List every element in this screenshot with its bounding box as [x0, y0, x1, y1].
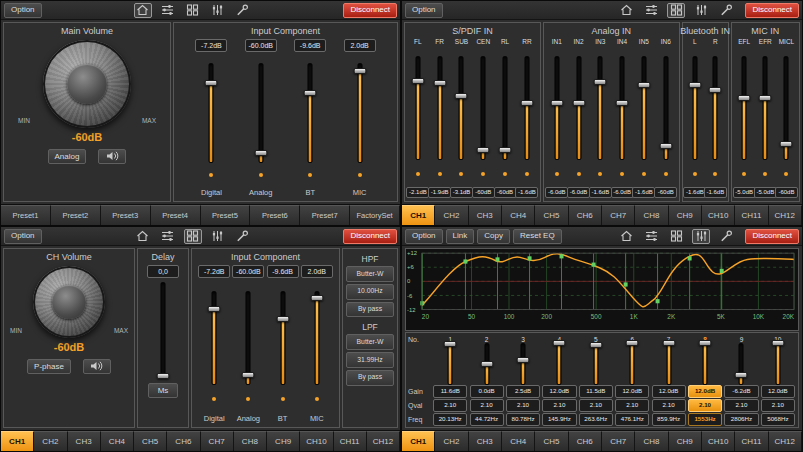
slider-handle[interactable] [254, 150, 267, 156]
gain-value[interactable]: 11.6dB [433, 385, 467, 397]
qval-value[interactable]: 2.10 [470, 399, 504, 411]
qval-value[interactable]: 2.10 [688, 399, 722, 411]
channel-tab-ch1[interactable]: CH1 [1, 431, 34, 451]
gain-value[interactable]: 2.5dB [506, 385, 540, 397]
eq-band-gain-slider[interactable] [733, 343, 749, 385]
faders-icon[interactable] [692, 3, 710, 18]
option-button[interactable]: Option [405, 3, 443, 18]
channel-tab-ch4[interactable]: CH4 [502, 205, 535, 225]
main-volume-knob[interactable] [43, 40, 131, 128]
slider-handle[interactable] [550, 100, 563, 106]
hpf-freq-button[interactable]: 10.00Hz [346, 284, 394, 300]
slider-handle[interactable] [276, 316, 289, 322]
freq-value[interactable]: 44.72Hz [470, 413, 504, 425]
preset-button-preset1[interactable]: Preset1 [1, 205, 51, 225]
channel-tab-ch7[interactable]: CH7 [201, 431, 234, 451]
hpf-type-button[interactable]: Butter-W [346, 266, 394, 282]
channel-tab-ch5[interactable]: CH5 [134, 431, 167, 451]
preset-button-preset7[interactable]: Preset7 [300, 205, 350, 225]
slider-handle[interactable] [310, 295, 323, 301]
channel-tab-ch1[interactable]: CH1 [402, 431, 435, 451]
input-level-slider[interactable] [778, 56, 794, 160]
eq-band-gain-slider[interactable] [697, 343, 713, 385]
freq-value[interactable]: 476.1Hz [615, 413, 649, 425]
slider-handle[interactable] [444, 341, 457, 347]
grid-icon[interactable] [184, 3, 202, 18]
freq-value[interactable]: 263.6Hz [579, 413, 613, 425]
slider-handle[interactable] [709, 87, 722, 93]
channel-tab-ch9[interactable]: CH9 [267, 431, 300, 451]
channel-tab-ch3[interactable]: CH3 [469, 205, 502, 225]
faders-icon[interactable] [209, 3, 227, 18]
slider-handle[interactable] [433, 80, 446, 86]
disconnect-button[interactable]: Disconnect [745, 229, 799, 244]
channel-tab-ch9[interactable]: CH9 [669, 431, 702, 451]
input-gain-slider[interactable] [352, 63, 368, 163]
channel-tab-ch11[interactable]: CH11 [735, 431, 768, 451]
input-level-slider[interactable] [592, 56, 608, 160]
channel-tab-ch8[interactable]: CH8 [234, 431, 267, 451]
grid-icon[interactable] [184, 229, 202, 244]
input-level-slider[interactable] [519, 56, 535, 160]
input-level-slider[interactable] [757, 56, 773, 160]
preset-button-preset5[interactable]: Preset5 [201, 205, 251, 225]
channel-tab-ch6[interactable]: CH6 [569, 431, 602, 451]
qval-value[interactable]: 2.10 [433, 399, 467, 411]
input-level-slider[interactable] [614, 56, 630, 160]
slider-handle[interactable] [157, 373, 170, 379]
slider-handle[interactable] [353, 68, 366, 74]
qval-value[interactable]: 2.10 [724, 399, 758, 411]
gain-value[interactable]: 0.0dB [470, 385, 504, 397]
slider-handle[interactable] [553, 340, 566, 346]
eq-response-graph[interactable]: 20501002005001K2K5K10K20K+12+60-6-12 [406, 249, 798, 330]
gain-value[interactable]: 12.0dB [542, 385, 576, 397]
slider-handle[interactable] [517, 357, 530, 363]
preset-button-preset3[interactable]: Preset3 [101, 205, 151, 225]
slider-handle[interactable] [499, 147, 512, 153]
home-icon[interactable] [617, 229, 635, 244]
channel-tab-ch12[interactable]: CH12 [367, 431, 400, 451]
slider-handle[interactable] [616, 100, 629, 106]
eq-band-gain-slider[interactable] [624, 343, 640, 385]
input-level-slider[interactable] [658, 56, 674, 160]
channel-tab-ch6[interactable]: CH6 [569, 205, 602, 225]
option-button[interactable]: Option [4, 3, 42, 18]
copy-button[interactable]: Copy [477, 229, 510, 244]
input-gain-slider[interactable] [240, 291, 256, 385]
option-button[interactable]: Option [4, 229, 42, 244]
freq-value[interactable]: 2806Hz [724, 413, 758, 425]
eq-band-handle[interactable] [528, 256, 532, 260]
slider-handle[interactable] [589, 342, 602, 348]
eq-band-gain-slider[interactable] [588, 343, 604, 385]
eq-band-handle[interactable] [720, 269, 724, 273]
wrench-icon[interactable] [717, 229, 735, 244]
gain-value[interactable]: 12.0dB [615, 385, 649, 397]
slider-handle[interactable] [738, 95, 751, 101]
slider-handle[interactable] [659, 143, 672, 149]
eq-band-gain-slider[interactable] [442, 343, 458, 385]
input-level-slider[interactable] [549, 56, 565, 160]
qval-value[interactable]: 2.10 [615, 399, 649, 411]
channel-tab-ch10[interactable]: CH10 [702, 205, 735, 225]
mute-button[interactable] [98, 149, 126, 164]
home-icon[interactable] [134, 3, 152, 18]
slider-handle[interactable] [455, 93, 468, 99]
link-button[interactable]: Link [446, 229, 475, 244]
wrench-icon[interactable] [234, 229, 252, 244]
hpf-bypass-button[interactable]: By pass [346, 302, 394, 318]
channel-tab-ch5[interactable]: CH5 [535, 205, 568, 225]
slider-handle[interactable] [411, 78, 424, 84]
grid-icon[interactable] [667, 229, 685, 244]
channel-tab-ch4[interactable]: CH4 [502, 431, 535, 451]
preset-button-preset6[interactable]: Preset6 [250, 205, 300, 225]
freq-value[interactable]: 5068Hz [761, 413, 795, 425]
input-level-slider[interactable] [571, 56, 587, 160]
option-button[interactable]: Option [405, 229, 443, 244]
slider-handle[interactable] [637, 82, 650, 88]
grid-icon[interactable] [667, 3, 685, 18]
eq-band-handle[interactable] [688, 256, 692, 260]
slider-handle[interactable] [208, 306, 221, 312]
mixer-icon[interactable] [159, 229, 177, 244]
channel-tab-ch7[interactable]: CH7 [602, 205, 635, 225]
slider-handle[interactable] [780, 141, 793, 147]
